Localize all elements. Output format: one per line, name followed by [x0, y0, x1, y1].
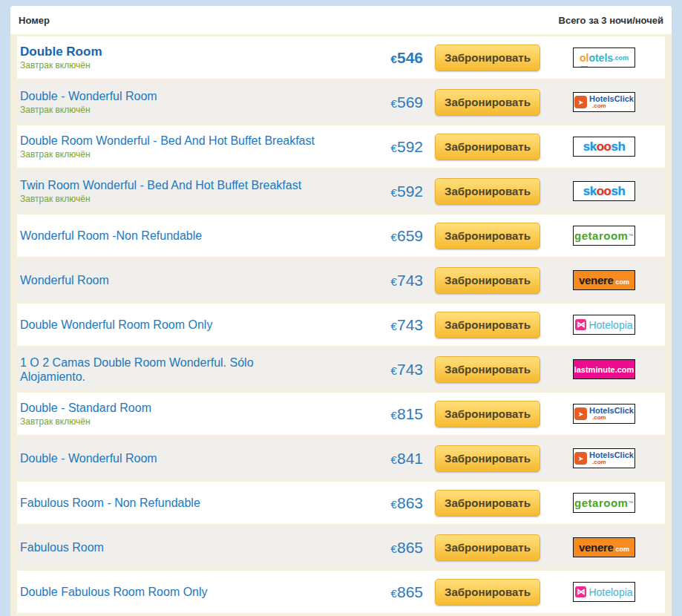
provider-logo-link[interactable]: venerecom: [573, 270, 635, 290]
book-button[interactable]: Забронировать: [435, 312, 540, 338]
book-button[interactable]: Забронировать: [435, 178, 540, 205]
offer-row: Double - Wonderful Room €841 Забронирова…: [17, 437, 665, 479]
getaroom-logo: getaroom™: [573, 226, 635, 246]
venere-com-suffix: com: [616, 545, 630, 553]
venere-com-suffix: com: [616, 278, 630, 286]
offer-row: Twin Room Wonderful - Bed And Hot Buffet…: [17, 170, 665, 212]
book-button[interactable]: Забронировать: [435, 534, 540, 561]
room-name-link[interactable]: Wonderful Room: [20, 273, 349, 287]
price-amount: 865: [397, 583, 423, 600]
olotels-wordmark-head: ol: [580, 52, 588, 64]
price-currency: €: [391, 587, 397, 600]
hotelsclick-logo: ➤HotelsClick.com: [573, 92, 635, 112]
skoosh-red-oo: oo: [597, 184, 611, 199]
room-info: Fabulous Room - Non Refundable: [20, 496, 349, 510]
room-name-link[interactable]: Fabulous Room: [20, 540, 349, 554]
book-button[interactable]: Забронировать: [435, 445, 540, 472]
room-name-link[interactable]: Twin Room Wonderful - Bed And Hot Buffet…: [20, 178, 349, 192]
price-amount: 743: [397, 272, 423, 289]
book-button[interactable]: Забронировать: [435, 401, 540, 427]
offer-row: Double Room Wonderful - Bed And Hot Buff…: [17, 125, 665, 168]
hotelopia-bowtie-icon: ⋈: [575, 586, 586, 597]
provider-logo-link[interactable]: ➤HotelsClick.com: [573, 92, 635, 112]
price: €815: [349, 405, 423, 423]
price: €865: [349, 539, 423, 557]
room-name-link[interactable]: Wonderful Room -Non Refundable: [20, 229, 349, 243]
price: €659: [349, 227, 423, 245]
provider-logo-link[interactable]: ⋈Hotelopia: [573, 315, 635, 335]
book-button[interactable]: Забронировать: [435, 45, 540, 71]
room-name-link[interactable]: Double Room Wonderful - Bed And Hot Buff…: [20, 134, 349, 148]
provider-logo-link[interactable]: getaroom™: [573, 226, 635, 246]
provider-logo-link[interactable]: skoosh: [573, 181, 635, 201]
offer-list: Double Room Завтрак включён €546 Заброни…: [10, 34, 672, 613]
price-amount: 546: [397, 49, 423, 66]
price-currency: €: [391, 142, 397, 154]
price-currency: €: [391, 320, 397, 332]
price: €743: [349, 272, 423, 289]
venere-logo: venerecom: [573, 537, 635, 557]
price-currency: €: [391, 53, 397, 65]
room-name-link[interactable]: Double Fabulous Room Room Only: [20, 585, 349, 599]
room-name-link[interactable]: Double - Wonderful Room: [20, 89, 349, 103]
book-button[interactable]: Забронировать: [435, 490, 540, 517]
provider-logo-link[interactable]: ⋈Hotelopia: [573, 582, 635, 602]
price: €743: [349, 361, 423, 379]
getaroom-wordmark: getaroom: [574, 497, 628, 509]
hotelsclick-bird-icon: ➤: [574, 96, 587, 108]
price-currency: €: [391, 97, 397, 110]
column-header-room: Номер: [19, 15, 50, 26]
provider-logo-link[interactable]: olotels.com: [573, 47, 635, 68]
room-name-link[interactable]: Double Room: [20, 45, 349, 59]
price: €841: [349, 450, 423, 468]
price-amount: 569: [397, 94, 423, 111]
provider-logo-link[interactable]: lastminute.com: [573, 359, 635, 379]
offer-row: Double - Standard Room Завтрак включён €…: [17, 393, 665, 435]
price-amount: 659: [397, 227, 423, 244]
room-name-link[interactable]: Double - Standard Room: [20, 401, 349, 415]
room-name-link[interactable]: 1 O 2 Camas Double Room Wonderful. Sólo …: [20, 355, 349, 384]
hotelopia-logo: ⋈Hotelopia: [573, 315, 635, 335]
room-info: Twin Room Wonderful - Bed And Hot Buffet…: [20, 178, 349, 204]
room-info: Double - Wonderful Room: [20, 451, 349, 465]
price: €592: [349, 138, 423, 156]
price-amount: 592: [397, 138, 423, 155]
provider-logo-link[interactable]: ➤HotelsClick.com: [573, 404, 635, 424]
venere-wordmark: venere: [579, 274, 614, 286]
skoosh-wordmark-end: sh: [611, 184, 625, 199]
skoosh-logo: skoosh: [573, 181, 635, 201]
book-button[interactable]: Забронировать: [435, 223, 540, 249]
hotelopia-bowtie-icon: ⋈: [575, 319, 586, 330]
room-info: Fabulous Room: [20, 540, 349, 554]
price-currency: €: [391, 231, 397, 243]
price: €865: [349, 583, 423, 601]
provider-logo-link[interactable]: skoosh: [573, 137, 635, 157]
price-amount: 815: [397, 405, 423, 422]
room-name-link[interactable]: Double - Wonderful Room: [20, 451, 349, 465]
hotelsclick-wordmark: HotelsClick.com: [589, 407, 634, 421]
offer-row: Fabulous Room €865 Забронировать venerec…: [17, 526, 665, 569]
book-button[interactable]: Забронировать: [435, 267, 540, 294]
room-info: Double - Standard Room Завтрак включён: [20, 401, 349, 427]
olotels-logo: olotels.com: [573, 47, 635, 68]
book-button[interactable]: Забронировать: [435, 134, 540, 160]
breakfast-note: Завтрак включён: [20, 417, 349, 427]
hotelsclick-bird-icon: ➤: [574, 407, 587, 420]
book-button[interactable]: Забронировать: [435, 356, 540, 383]
price-currency: €: [391, 275, 397, 288]
room-info: Double - Wonderful Room Завтрак включён: [20, 89, 349, 115]
venere-logo: venerecom: [573, 270, 635, 290]
price-currency: €: [391, 453, 397, 466]
provider-logo-link[interactable]: ➤HotelsClick.com: [573, 448, 635, 468]
provider-logo-link[interactable]: getaroom™: [573, 493, 635, 513]
room-name-link[interactable]: Fabulous Room - Non Refundable: [20, 496, 349, 510]
trademark-symbol: ™: [628, 233, 634, 238]
column-header-total: Всего за 3 ночи/ночей: [559, 15, 663, 26]
breakfast-note: Завтрак включён: [20, 150, 349, 160]
room-name-link[interactable]: Double Wonderful Room Room Only: [20, 318, 349, 332]
provider-logo-link[interactable]: venerecom: [573, 537, 635, 557]
price-currency: €: [391, 364, 397, 377]
book-button[interactable]: Забронировать: [435, 579, 540, 606]
hotelsclick-logo: ➤HotelsClick.com: [573, 404, 635, 424]
book-button[interactable]: Забронировать: [435, 89, 540, 116]
